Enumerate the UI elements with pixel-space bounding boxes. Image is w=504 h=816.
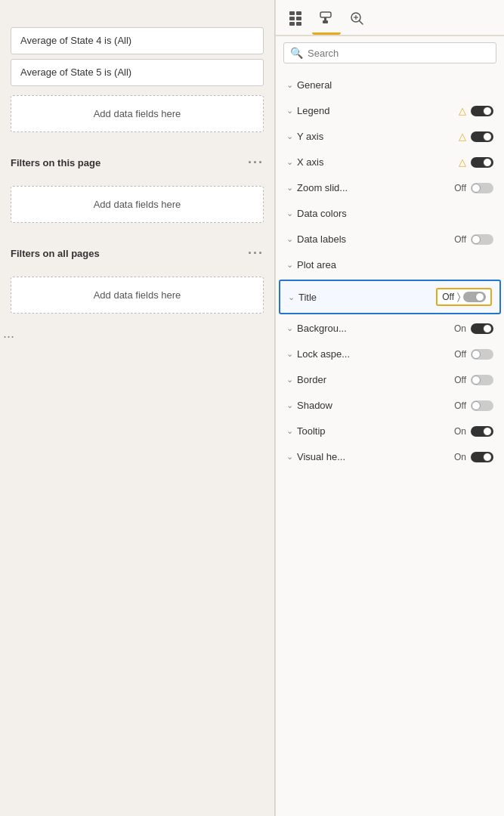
filters-all-pages-dots[interactable]: ··· bbox=[248, 246, 264, 261]
toggle-zoom-slider[interactable] bbox=[471, 183, 493, 193]
toggle-border[interactable] bbox=[471, 375, 493, 385]
filters-all-pages-header: Filters on all pages ··· bbox=[0, 235, 274, 264]
format-item-zoom-slider[interactable]: ⌄ Zoom slid... Off bbox=[276, 175, 504, 201]
chevron-background: ⌄ bbox=[286, 323, 293, 333]
format-label-data-labels: Data labels bbox=[297, 233, 346, 245]
svg-rect-3 bbox=[296, 17, 301, 20]
format-label-title: Title bbox=[298, 292, 317, 303]
toggle-x-axis[interactable] bbox=[471, 157, 493, 168]
zoom-slider-state: Off bbox=[454, 183, 466, 193]
add-data-field-btn-3[interactable]: Add data fields here bbox=[11, 277, 264, 314]
filter-item-1: Average of State 4 is (All) bbox=[11, 27, 264, 54]
average-filter-section: Average of State 4 is (All) Average of S… bbox=[0, 15, 274, 144]
svg-rect-0 bbox=[289, 11, 295, 15]
toggle-visual-header[interactable] bbox=[471, 452, 493, 462]
format-label-x-axis: X axis bbox=[297, 156, 323, 168]
format-item-background[interactable]: ⌄ Backgrou... On bbox=[276, 316, 504, 342]
filters-all-pages-section: Add data fields here bbox=[0, 264, 274, 326]
chevron-x-axis: ⌄ bbox=[286, 157, 293, 167]
format-item-lock-aspect[interactable]: ⌄ Lock aspe... Off bbox=[276, 342, 504, 367]
search-box[interactable]: 🔍 bbox=[283, 42, 496, 63]
toggle-legend[interactable] bbox=[471, 106, 493, 116]
format-icon[interactable] bbox=[312, 6, 341, 35]
title-toggle-box[interactable]: Off 〉 bbox=[436, 288, 492, 306]
warn-legend: △ bbox=[459, 105, 466, 116]
chevron-legend: ⌄ bbox=[286, 106, 293, 116]
format-label-data-colors: Data colors bbox=[297, 208, 347, 219]
chevron-y-axis: ⌄ bbox=[286, 131, 293, 141]
chevron-data-labels: ⌄ bbox=[286, 234, 293, 244]
right-panel: 🔍 ⌄ General ⌄ Legend △ bbox=[275, 0, 504, 816]
left-edge-dots: ··· bbox=[3, 329, 14, 345]
chevron-plot-area: ⌄ bbox=[286, 260, 293, 270]
analytics-icon[interactable] bbox=[342, 6, 371, 35]
format-item-shadow[interactable]: ⌄ Shadow Off bbox=[276, 393, 504, 419]
format-item-y-axis[interactable]: ⌄ Y axis △ bbox=[276, 124, 504, 150]
toggle-data-labels[interactable] bbox=[471, 234, 493, 245]
border-state: Off bbox=[454, 375, 466, 385]
background-state: On bbox=[454, 323, 466, 334]
grid-icon[interactable] bbox=[282, 6, 311, 35]
filter-item-2: Average of State 5 is (All) bbox=[11, 59, 264, 86]
chevron-visual-header: ⌄ bbox=[286, 452, 293, 462]
search-icon: 🔍 bbox=[290, 47, 303, 59]
format-label-legend: Legend bbox=[297, 105, 329, 116]
format-label-shadow: Shadow bbox=[297, 400, 332, 411]
shadow-state: Off bbox=[454, 400, 466, 411]
format-item-legend[interactable]: ⌄ Legend △ bbox=[276, 98, 504, 124]
svg-rect-8 bbox=[323, 20, 328, 23]
format-label-background: Backgrou... bbox=[297, 323, 347, 334]
chevron-shadow: ⌄ bbox=[286, 400, 293, 410]
svg-rect-5 bbox=[296, 22, 301, 26]
format-item-plot-area[interactable]: ⌄ Plot area bbox=[276, 252, 504, 278]
format-item-x-axis[interactable]: ⌄ X axis △ bbox=[276, 150, 504, 175]
format-label-general: General bbox=[297, 79, 332, 91]
tooltip-state: On bbox=[454, 426, 466, 437]
format-item-tooltip[interactable]: ⌄ Tooltip On bbox=[276, 419, 504, 444]
format-list: ⌄ General ⌄ Legend △ ⌄ Y axis bbox=[276, 70, 504, 816]
format-item-border[interactable]: ⌄ Border Off bbox=[276, 367, 504, 393]
svg-line-10 bbox=[360, 21, 363, 25]
format-label-lock-aspect: Lock aspe... bbox=[297, 348, 350, 360]
format-label-y-axis: Y axis bbox=[297, 131, 323, 142]
format-item-title[interactable]: ⌄ Title Off 〉 bbox=[279, 280, 501, 314]
data-labels-state: Off bbox=[454, 234, 466, 245]
left-panel: Average of State 4 is (All) Average of S… bbox=[0, 0, 275, 816]
filters-this-page-section: Add data fields here bbox=[0, 174, 274, 235]
warn-x-axis: △ bbox=[459, 156, 466, 168]
left-side-dots-row: ··· bbox=[0, 326, 274, 347]
search-input[interactable] bbox=[308, 48, 490, 59]
toggle-shadow[interactable] bbox=[471, 400, 493, 411]
add-data-field-btn-2[interactable]: Add data fields here bbox=[11, 186, 264, 223]
format-item-visual-header[interactable]: ⌄ Visual he... On bbox=[276, 444, 504, 470]
toggle-background[interactable] bbox=[471, 323, 493, 334]
chevron-title: ⌄ bbox=[288, 292, 295, 302]
format-item-data-labels[interactable]: ⌄ Data labels Off bbox=[276, 227, 504, 252]
cursor-hand-icon: 〉 bbox=[457, 291, 460, 303]
right-toolbar bbox=[276, 0, 504, 36]
filters-this-page-header: Filters on this page ··· bbox=[0, 144, 274, 174]
svg-rect-1 bbox=[296, 11, 301, 15]
add-data-field-btn-1[interactable]: Add data fields here bbox=[11, 95, 264, 132]
chevron-general: ⌄ bbox=[286, 80, 293, 90]
svg-rect-2 bbox=[289, 17, 295, 20]
warn-y-axis: △ bbox=[459, 131, 466, 142]
toggle-tooltip[interactable] bbox=[471, 426, 493, 437]
format-item-data-colors[interactable]: ⌄ Data colors bbox=[276, 201, 504, 227]
toggle-lock-aspect[interactable] bbox=[471, 349, 493, 360]
toggle-y-axis[interactable] bbox=[471, 131, 493, 142]
chevron-lock-aspect: ⌄ bbox=[286, 349, 293, 359]
chevron-data-colors: ⌄ bbox=[286, 209, 293, 218]
filters-this-page-dots[interactable]: ··· bbox=[248, 155, 264, 171]
format-item-general[interactable]: ⌄ General bbox=[276, 73, 504, 98]
svg-rect-4 bbox=[289, 22, 295, 26]
format-label-border: Border bbox=[297, 374, 326, 385]
title-state: Off bbox=[442, 292, 454, 302]
chevron-border: ⌄ bbox=[286, 375, 293, 385]
visual-header-state: On bbox=[454, 452, 466, 462]
format-label-visual-header: Visual he... bbox=[297, 451, 345, 462]
format-label-zoom-slider: Zoom slid... bbox=[297, 182, 348, 193]
svg-rect-6 bbox=[320, 12, 331, 17]
format-label-plot-area: Plot area bbox=[297, 259, 336, 270]
chevron-zoom-slider: ⌄ bbox=[286, 183, 293, 193]
